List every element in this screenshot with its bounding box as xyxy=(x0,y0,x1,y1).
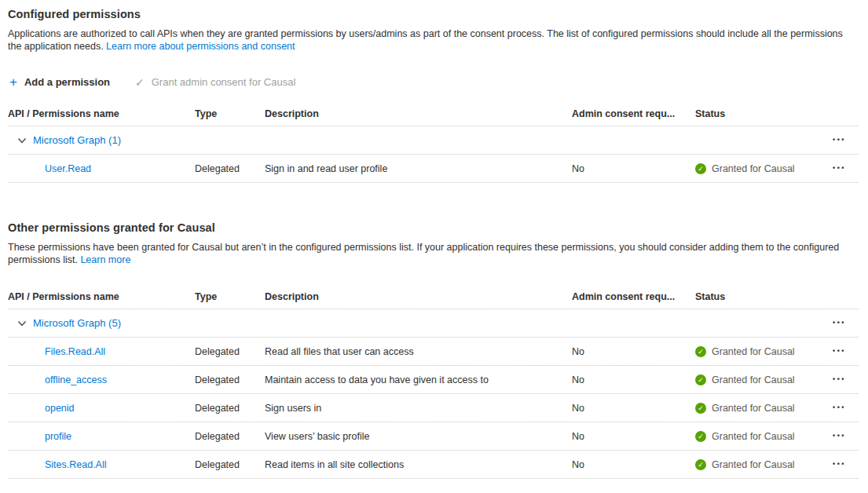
row-menu-cell: ••• xyxy=(811,316,859,330)
col-header-description: Description xyxy=(265,291,572,302)
status-label: Granted for Causal xyxy=(712,374,795,385)
permission-description-cell: Sign in and read user profile xyxy=(265,163,572,174)
add-permission-button[interactable]: + Add a permission xyxy=(8,74,112,90)
status-label: Granted for Causal xyxy=(712,346,795,357)
plus-icon: + xyxy=(9,75,17,89)
configured-permissions-table: API / Permissions name Type Description … xyxy=(8,102,859,183)
section-title-configured: Configured permissions xyxy=(8,8,859,20)
status-cell: ✓ Granted for Causal xyxy=(695,459,811,470)
status-cell: ✓ Granted for Causal xyxy=(695,403,811,414)
granted-check-icon: ✓ xyxy=(695,459,706,470)
status-cell: ✓ Granted for Causal xyxy=(695,431,811,442)
row-context-menu-button[interactable]: ••• xyxy=(833,373,846,386)
learn-more-permissions-link[interactable]: Learn more about permissions and consent xyxy=(106,41,295,52)
api-permissions-page: Configured permissions Applications are … xyxy=(0,0,868,479)
col-header-type: Type xyxy=(195,291,265,302)
configured-description: Applications are authorized to call APIs… xyxy=(8,27,859,53)
permission-name-cell: Sites.Read.All xyxy=(8,459,195,470)
other-description-text: These permissions have been granted for … xyxy=(8,242,839,265)
row-context-menu-button[interactable]: ••• xyxy=(833,345,846,358)
granted-check-icon: ✓ xyxy=(695,431,706,442)
col-header-status: Status xyxy=(695,108,811,119)
permission-name-link[interactable]: openid xyxy=(45,403,75,414)
permission-name-link[interactable]: offline_access xyxy=(45,374,107,385)
group-expander[interactable]: Microsoft Graph (1) xyxy=(8,134,811,146)
table-row: User.Read Delegated Sign in and read use… xyxy=(8,155,859,183)
granted-check-icon: ✓ xyxy=(695,346,706,357)
row-menu-cell: ••• xyxy=(811,133,859,147)
row-context-menu-button[interactable]: ••• xyxy=(833,133,846,147)
table-row: Sites.Read.All Delegated Read items in a… xyxy=(8,451,859,479)
row-context-menu-button[interactable]: ••• xyxy=(833,429,846,443)
table-group-row: Microsoft Graph (5) ••• xyxy=(8,309,859,338)
permission-name-link[interactable]: profile xyxy=(45,431,71,442)
row-context-menu-button[interactable]: ••• xyxy=(833,316,846,330)
permission-description-cell: Maintain access to data you have given i… xyxy=(265,374,572,385)
configured-permissions-section: Configured permissions Applications are … xyxy=(8,8,859,183)
col-header-status: Status xyxy=(695,291,811,302)
group-expander[interactable]: Microsoft Graph (5) xyxy=(8,317,811,329)
admin-consent-cell: No xyxy=(572,403,695,414)
row-context-menu-button[interactable]: ••• xyxy=(833,162,846,175)
row-menu-cell: ••• xyxy=(811,429,859,443)
permission-type-cell: Delegated xyxy=(195,459,265,470)
row-context-menu-button[interactable]: ••• xyxy=(833,458,846,471)
table-row: offline_access Delegated Maintain access… xyxy=(8,366,859,394)
granted-check-icon: ✓ xyxy=(695,163,706,174)
permission-name-cell: User.Read xyxy=(8,163,195,174)
permission-name-link[interactable]: User.Read xyxy=(45,163,91,174)
permission-type-cell: Delegated xyxy=(195,374,265,385)
col-header-admin-consent: Admin consent requ... xyxy=(572,291,695,302)
granted-check-icon: ✓ xyxy=(695,374,706,385)
table-header-row: API / Permissions name Type Description … xyxy=(8,285,859,309)
permission-type-cell: Delegated xyxy=(195,403,265,414)
row-menu-cell: ••• xyxy=(811,162,859,175)
permission-type-cell: Delegated xyxy=(195,346,265,357)
chevron-down-icon xyxy=(17,136,27,145)
status-cell: ✓ Granted for Causal xyxy=(695,163,811,174)
section-title-other: Other permissions granted for Causal xyxy=(8,221,859,234)
row-context-menu-button[interactable]: ••• xyxy=(833,401,846,414)
permission-name-cell: Files.Read.All xyxy=(8,346,195,357)
chevron-down-icon xyxy=(17,319,27,328)
col-header-admin-consent: Admin consent requ... xyxy=(572,108,695,119)
add-permission-label: Add a permission xyxy=(24,76,110,88)
table-row: Files.Read.All Delegated Read all files … xyxy=(8,338,859,366)
permission-description-cell: Sign users in xyxy=(265,403,572,414)
admin-consent-cell: No xyxy=(572,374,695,385)
row-menu-cell: ••• xyxy=(811,345,859,358)
permission-description-cell: Read all files that user can access xyxy=(265,346,572,357)
permission-name-cell: openid xyxy=(8,403,195,414)
row-menu-cell: ••• xyxy=(811,401,859,414)
granted-check-icon: ✓ xyxy=(695,403,706,414)
other-permissions-table: API / Permissions name Type Description … xyxy=(8,285,859,479)
group-api-link[interactable]: Microsoft Graph (1) xyxy=(33,134,121,146)
group-api-link[interactable]: Microsoft Graph (5) xyxy=(33,317,121,329)
col-header-type: Type xyxy=(195,108,265,119)
row-menu-cell: ••• xyxy=(811,373,859,386)
admin-consent-cell: No xyxy=(572,431,695,442)
admin-consent-cell: No xyxy=(572,346,695,357)
other-permissions-section: Other permissions granted for Causal The… xyxy=(8,221,859,479)
row-menu-cell: ••• xyxy=(811,458,859,471)
learn-more-link[interactable]: Learn more xyxy=(80,254,130,265)
col-header-api-name: API / Permissions name xyxy=(8,291,195,302)
col-header-description: Description xyxy=(265,108,572,119)
table-group-row: Microsoft Graph (1) ••• xyxy=(8,126,859,155)
status-label: Granted for Causal xyxy=(712,459,795,470)
permissions-toolbar: + Add a permission ✓ Grant admin consent… xyxy=(8,74,859,90)
permission-description-cell: View users’ basic profile xyxy=(265,431,572,442)
status-label: Granted for Causal xyxy=(712,403,795,414)
check-icon: ✓ xyxy=(135,77,145,88)
permission-type-cell: Delegated xyxy=(195,163,265,174)
permission-name-link[interactable]: Files.Read.All xyxy=(45,346,105,357)
permission-description-cell: Read items in all site collections xyxy=(265,459,572,470)
status-label: Granted for Causal xyxy=(712,431,795,442)
table-row: profile Delegated View users’ basic prof… xyxy=(8,422,859,451)
permission-name-cell: profile xyxy=(8,431,195,442)
permission-name-link[interactable]: Sites.Read.All xyxy=(45,459,107,470)
grant-admin-consent-label: Grant admin consent for Causal xyxy=(152,76,296,88)
status-label: Granted for Causal xyxy=(712,163,795,174)
table-header-row: API / Permissions name Type Description … xyxy=(8,102,859,126)
grant-admin-consent-button[interactable]: ✓ Grant admin consent for Causal xyxy=(134,75,297,89)
